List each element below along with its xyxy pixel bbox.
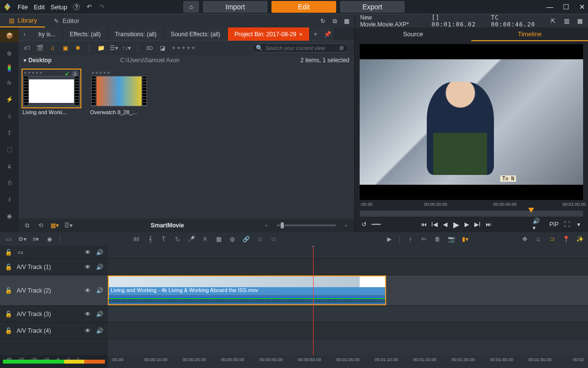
rating-filter[interactable]: ★★★★★ <box>172 45 196 50</box>
timeline-playhead[interactable] <box>313 246 314 355</box>
rating-stars[interactable]: ★★★★★ <box>91 71 147 75</box>
volume-icon[interactable]: 🔊▾ <box>533 221 539 228</box>
help-icon[interactable]: ? <box>73 3 80 10</box>
tl-disc-icon[interactable]: ◉ <box>46 236 53 243</box>
rail-audiowave-icon[interactable]: ⦀ <box>4 194 15 205</box>
tl-fit-icon[interactable]: ▭ <box>5 236 12 243</box>
window-close-icon[interactable]: ✕ <box>579 3 585 11</box>
eye-icon[interactable]: 👁 <box>84 287 91 294</box>
collapse-icon[interactable]: ▭ <box>17 249 24 256</box>
rail-tuning-icon[interactable]: ɕ <box>4 161 15 172</box>
zoom-in-icon[interactable]: ▫ <box>343 222 349 229</box>
home-button[interactable]: ⌂ <box>183 1 199 13</box>
eye-icon[interactable]: 👁 <box>84 311 91 318</box>
pip-label[interactable]: PiP <box>549 221 559 228</box>
export-tab[interactable]: Export <box>340 1 405 13</box>
window-minimize-icon[interactable]: — <box>546 3 553 11</box>
lock-icon[interactable]: 🔓 <box>5 264 12 270</box>
tl-title-icon[interactable]: T <box>160 236 167 243</box>
track-header-2[interactable]: 🔓 A/V Track (2) 👁 🔊 <box>0 275 108 306</box>
sync-icon[interactable]: ⟲ <box>37 222 44 229</box>
track-header-4[interactable]: 🔓 A/V Track (4) 👁 🔊 <box>0 322 108 339</box>
project-icon[interactable]: ✱ <box>74 45 81 51</box>
tl-mic-icon[interactable]: 🎤 <box>188 236 195 243</box>
redo-icon[interactable]: ↷ <box>98 3 105 10</box>
speaker-icon[interactable]: 🔊 <box>96 327 103 334</box>
tl-move-icon[interactable]: ✥ <box>521 236 528 243</box>
tag-icon[interactable]: 🏷 <box>24 45 30 51</box>
eye-icon[interactable]: 👁 <box>84 264 91 270</box>
speaker-icon[interactable]: 🔊 <box>96 287 103 294</box>
refresh-icon[interactable]: ↻ <box>319 18 326 25</box>
panel-tab-0[interactable]: :ky is... <box>30 27 63 41</box>
thumb-size-slider[interactable] <box>277 224 336 226</box>
tl-eq-icon[interactable]: ılıl <box>133 236 140 243</box>
scrub-playhead-icon[interactable] <box>528 208 534 215</box>
rail-shapes-icon[interactable]: ⬚ <box>4 144 15 155</box>
speaker-icon[interactable]: 🔊 <box>96 264 103 270</box>
preview-dual-icon[interactable]: ▥ <box>564 18 570 25</box>
clapper-icon[interactable]: 🎬 <box>36 45 43 51</box>
panel-tab-2[interactable]: Transitions: (all) <box>108 27 164 41</box>
speaker-icon[interactable]: 🔊 <box>96 311 103 318</box>
search-input[interactable] <box>266 45 335 51</box>
tl-globe-icon[interactable]: ◍ <box>229 236 236 243</box>
panel-tab-3[interactable]: Sound Effects: (all) <box>164 27 227 41</box>
rating-stars[interactable]: ★★★★★ <box>24 71 79 75</box>
editor-tab[interactable]: ✎ Editor <box>45 14 87 27</box>
play-icon[interactable]: ▶ <box>453 221 460 228</box>
lock-icon[interactable]: 🔓 <box>5 249 12 256</box>
track-rows[interactable]: Living and Working - 4k Living & Working… <box>108 246 588 355</box>
detail-list-icon[interactable]: ☰▾ <box>110 45 117 51</box>
tl-magnet-icon[interactable]: ⊃ <box>549 236 556 243</box>
3d-icon[interactable]: 3D <box>146 45 153 51</box>
menu-setup[interactable]: Setup <box>50 3 67 11</box>
rail-box-icon[interactable]: 📦 <box>0 29 19 42</box>
eye-icon[interactable]: 👁 <box>84 327 91 334</box>
speaker-icon[interactable]: 🔊 <box>96 249 103 256</box>
go-start-icon[interactable]: ⏮ <box>420 221 427 228</box>
timeline-ruler[interactable]: :00.00 00:00:10.00 00:00:20.00 00:00:30.… <box>108 355 588 368</box>
zoom-out-icon[interactable]: ▫ <box>263 222 270 229</box>
rail-titles-icon[interactable]: ⎙ <box>4 177 15 188</box>
library-tab[interactable]: ▤ Library <box>0 14 45 27</box>
tl-subtitle-icon[interactable]: T₂ <box>174 236 181 243</box>
jog-icon[interactable]: ┅┅┅ <box>372 221 379 228</box>
tl-arrow-icon[interactable]: ▶ <box>386 236 392 243</box>
layout-icon[interactable]: ▦ <box>343 18 350 25</box>
menu-edit[interactable]: Edit <box>34 3 45 11</box>
lock-icon[interactable]: 🔓 <box>5 287 12 294</box>
tl-wand-icon[interactable]: ✨ <box>576 236 583 243</box>
tl-cut-icon[interactable]: ✄ <box>420 236 427 243</box>
window-maximize-icon[interactable]: ☐ <box>563 3 569 11</box>
tl-chain2-icon[interactable]: ⧉ <box>270 236 277 243</box>
lock-icon[interactable]: 🔓 <box>5 311 12 318</box>
tab-prev-icon[interactable]: ‹ <box>19 27 30 41</box>
tl-treble-icon[interactable]: 𝄞 <box>147 236 153 243</box>
tl-mixer-icon[interactable]: ≡▾ <box>32 236 39 243</box>
step-fwd-icon[interactable]: ▶ <box>464 221 470 228</box>
rail-music-icon[interactable]: ♫ <box>4 111 15 122</box>
tl-trim-icon[interactable]: ⟀ <box>535 236 542 243</box>
preview-popout-icon[interactable]: ⇱ <box>550 18 557 25</box>
tl-multicam-icon[interactable]: ▦ <box>215 236 222 243</box>
track-header-1[interactable]: 🔓 A/V Track (1) 👁 🔊 <box>0 259 108 275</box>
tl-chain-icon[interactable]: ⧉ <box>256 236 263 243</box>
sort-icon[interactable]: ↑↓▾ <box>123 45 130 51</box>
copy-icon[interactable]: ⧉ <box>24 222 30 229</box>
lock-icon[interactable]: 🔓 <box>5 327 12 334</box>
fullscreen-icon[interactable]: ⛶ <box>564 221 570 228</box>
rail-bolt-icon[interactable]: ⚡ <box>4 94 15 105</box>
folder-name[interactable]: Desktop <box>28 57 51 64</box>
close-icon[interactable]: × <box>299 31 302 37</box>
tl-snapshot-icon[interactable]: 📷 <box>448 236 455 243</box>
popout-icon[interactable]: ⧉ <box>331 18 338 25</box>
tab-add-icon[interactable]: + <box>310 27 321 41</box>
timeline-clip[interactable]: Living and Working - 4k Living & Working… <box>108 275 386 305</box>
smartmovie-label[interactable]: SmartMovie <box>78 222 256 229</box>
preview-layout-icon[interactable]: ▦ <box>577 18 583 25</box>
tl-pin2-icon[interactable]: 📍 <box>563 236 569 243</box>
grid-icon[interactable]: ▦▾ <box>51 222 58 229</box>
tab-pin-icon[interactable]: 📌 <box>321 27 333 41</box>
eye-icon[interactable]: 👁 <box>84 249 91 256</box>
